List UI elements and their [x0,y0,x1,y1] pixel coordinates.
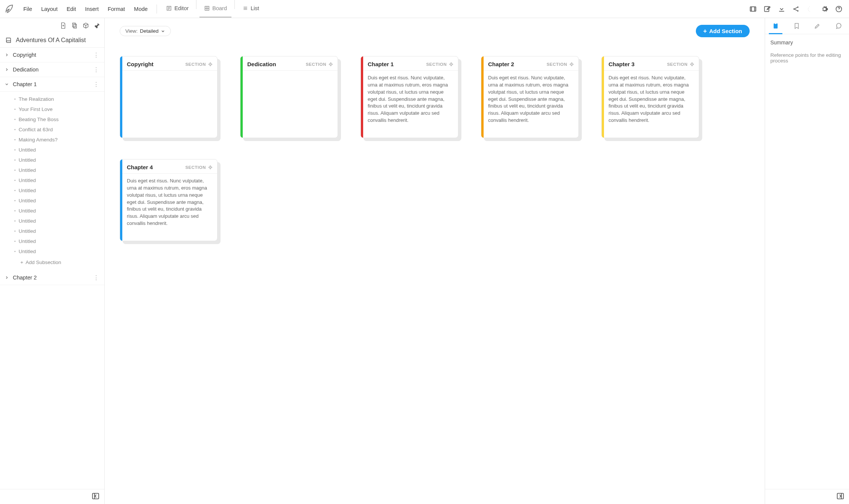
section-more-icon[interactable]: ⋮ [93,81,99,87]
view-tab-label: List [251,5,259,11]
section-more-icon[interactable]: ⋮ [93,67,99,73]
add-section-button[interactable]: Add Section [696,25,750,37]
card-type-label: SECTION [185,62,206,67]
tree-child[interactable]: Untitled [13,246,104,257]
card-color-stripe [240,56,243,138]
drag-handle-icon[interactable]: ✥ [449,61,453,67]
card-title: Copyright [127,61,185,67]
menu-edit[interactable]: Edit [62,4,81,14]
tree-child[interactable]: Conflict at 63rd [13,124,104,135]
tree-child[interactable]: Untitled [13,145,104,155]
view-mode-dropdown[interactable]: View: Detailed [120,26,171,36]
menu-insert[interactable]: Insert [81,4,103,14]
tree-child[interactable]: Untitled [13,155,104,165]
pin-icon[interactable] [94,22,100,29]
view-tab-divider [196,0,196,9]
card-body [120,71,217,79]
section-card-chapter-2[interactable]: Chapter 2SECTION✥Duis eget est risus. Nu… [481,56,579,138]
drag-handle-icon[interactable]: ✥ [208,164,213,170]
tree-child[interactable]: Beating The Boss [13,114,104,124]
chevron-icon [5,82,11,87]
tree-child[interactable]: Untitled [13,236,104,246]
sidebar-left: Adventures Of A Capitalist Copyright⋮Ded… [0,18,105,504]
tree-child[interactable]: Untitled [13,185,104,196]
section-card-dedication[interactable]: DedicationSECTION✥ [240,56,338,138]
section-more-icon[interactable]: ⋮ [93,275,99,281]
card-header: DedicationSECTION✥ [240,56,338,71]
tab-bookmarks[interactable] [786,18,807,34]
view-tab-board[interactable]: Board [199,0,231,18]
section-tree: Copyright⋮Dedication⋮Chapter 1⋮The Reali… [0,48,104,489]
tree-section-label: Chapter 1 [13,81,37,87]
right-panel-desc: Reference points for the editing process [770,52,844,64]
menu-layout[interactable]: Layout [37,4,62,14]
add-subsection-button[interactable]: Add Subsection [13,257,104,268]
section-card-chapter-4[interactable]: Chapter 4SECTION✥Duis eget est risus. Nu… [120,159,218,241]
tree-section-label: Copyright [13,52,36,58]
tab-highlight[interactable] [807,18,828,34]
editor-view-icon [166,5,172,11]
tree-child[interactable]: Untitled [13,196,104,206]
svg-rect-8 [73,23,76,27]
tree-section-dedication[interactable]: Dedication⋮ [0,62,104,77]
tree-child[interactable]: Untitled [13,175,104,185]
film-icon[interactable] [747,3,759,15]
compose-icon[interactable] [761,3,774,15]
list-view-icon [242,5,248,11]
card-title: Chapter 2 [488,61,546,67]
tree-child[interactable]: Untitled [13,226,104,236]
right-panel-title: Summary [770,39,844,46]
card-body: Duis eget est risus. Nunc vulputate, urn… [120,174,217,232]
tree-child[interactable]: Making Amends? [13,135,104,145]
svg-rect-9 [74,24,77,28]
tab-comments[interactable] [828,18,849,34]
menu-format[interactable]: Format [103,4,129,14]
menu-file[interactable]: File [19,4,37,14]
tree-section-chapter-2[interactable]: Chapter 2⋮ [0,270,104,285]
sidebar-toolbar [0,18,104,33]
card-header: CopyrightSECTION✥ [120,56,217,71]
new-file-icon[interactable] [60,22,67,29]
collapse-left-icon[interactable] [91,492,100,501]
section-card-copyright[interactable]: CopyrightSECTION✥ [120,56,218,138]
card-body: Duis eget est risus. Nunc vulputate, urn… [361,71,458,129]
manuscript-title[interactable]: Adventures Of A Capitalist [0,33,104,48]
section-card-chapter-3[interactable]: Chapter 3SECTION✥Duis eget est risus. Nu… [601,56,699,138]
tree-child[interactable]: Untitled [13,206,104,216]
board-header: View: Detailed Add Section [105,18,765,41]
tree-child[interactable]: The Realization [13,94,104,104]
tab-summary[interactable] [765,18,786,34]
duplicate-file-icon[interactable] [71,22,78,29]
section-more-icon[interactable]: ⋮ [93,52,99,58]
share-icon[interactable] [790,3,802,15]
right-panel-body: Summary Reference points for the editing… [765,34,849,489]
view-tab-editor[interactable]: Editor [161,0,193,18]
collapse-right-icon[interactable] [836,492,844,501]
tree-child[interactable]: Your First Love [13,104,104,114]
card-type-label: SECTION [426,62,447,67]
view-tab-list[interactable]: List [238,0,264,18]
tree-child[interactable]: Untitled [13,216,104,226]
tree-section-copyright[interactable]: Copyright⋮ [0,48,104,62]
drag-handle-icon[interactable]: ✥ [208,61,213,67]
help-icon[interactable] [832,3,845,15]
drag-handle-icon[interactable]: ✥ [329,61,333,67]
tree-child[interactable]: Untitled [13,165,104,175]
sidebar-right: Summary Reference points for the editing… [765,18,849,504]
drag-handle-icon[interactable]: ✥ [690,61,694,67]
chevron-icon [5,67,11,72]
dark-mode-icon[interactable] [804,3,817,15]
card-body: Duis eget est risus. Nunc vulputate, urn… [602,71,699,129]
settings-icon[interactable] [818,3,831,15]
card-header: Chapter 4SECTION✥ [120,159,217,174]
tree-section-chapter-1[interactable]: Chapter 1⋮ [0,77,104,92]
download-icon[interactable] [775,3,788,15]
card-title: Chapter 3 [609,61,667,67]
menu-mode[interactable]: Mode [129,4,152,14]
manuscript-title-text: Adventures Of A Capitalist [16,37,86,44]
section-card-chapter-1[interactable]: Chapter 1SECTION✥Duis eget est risus. Nu… [361,56,458,138]
package-icon[interactable] [82,22,89,29]
card-color-stripe [120,159,122,241]
chevron-icon [5,53,11,57]
drag-handle-icon[interactable]: ✥ [569,61,574,67]
